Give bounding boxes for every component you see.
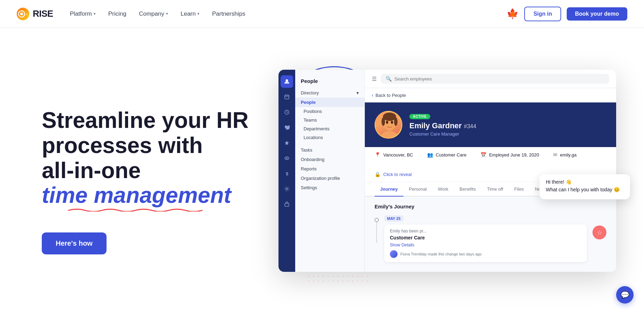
nav-item-directory[interactable]: Directory ▾ (295, 88, 364, 98)
svg-point-16 (386, 121, 388, 124)
back-button[interactable]: ‹ Back to People (365, 88, 616, 102)
chat-bubble: Hi there! 👋 What can I help you with tod… (540, 174, 630, 199)
nav-item-settings[interactable]: Settings (295, 183, 364, 192)
menu-icon[interactable]: ☰ (372, 76, 377, 82)
journey-title: Emily's Journey (375, 204, 606, 209)
signin-button[interactable]: Sign in (524, 7, 561, 21)
sidebar-icon-star[interactable] (281, 137, 293, 149)
chat-widget-button[interactable]: 💬 (616, 286, 634, 304)
show-details-link[interactable]: Show Details (390, 243, 414, 247)
meta-email-value: emily.ga (560, 152, 576, 158)
nav-pricing[interactable]: Pricing (108, 10, 126, 17)
profile-number: #344 (464, 123, 477, 129)
nav-learn[interactable]: Learn ▾ (181, 10, 199, 17)
fiona-row: Fiona Tremblay made this change two days… (390, 250, 581, 258)
journey-section: Emily's Journey MAY 25 Emily has been pr… (365, 197, 616, 272)
chevron-down-icon: ▾ (356, 90, 359, 95)
email-icon: ✉ (553, 152, 557, 158)
search-bar: 🔍 (381, 74, 609, 84)
timeline-line (375, 215, 379, 243)
svg-text:$: $ (286, 171, 289, 176)
profile-info: ACTIVE Emily Gardner #344 Customer Care … (409, 113, 476, 137)
nav-item-onboarding[interactable]: Onboarding (295, 155, 364, 164)
hero-left: Streamline your HR processes with all-in… (42, 108, 258, 254)
nav-item-tasks[interactable]: Tasks (295, 145, 364, 155)
tab-work[interactable]: Work (432, 182, 454, 197)
date-chip: MAY 25 (384, 215, 403, 222)
nav-item-teams[interactable]: Teams (295, 116, 364, 124)
nav-item-org-profile[interactable]: Organization profile (295, 174, 364, 183)
svg-point-20 (394, 117, 398, 126)
chat-greeting: Hi there! 👋 (546, 179, 624, 185)
canada-flag: 🍁 (506, 8, 519, 20)
click-reveal[interactable]: Click to reveal (383, 172, 412, 177)
timeline-connector (376, 222, 377, 243)
event-dot: ☆ (592, 225, 606, 239)
svg-point-12 (286, 188, 288, 190)
demo-button[interactable]: Book your demo (567, 7, 627, 21)
main-panel: ☰ 🔍 ‹ Back to People (365, 70, 616, 272)
nav-panel-header: People (295, 75, 364, 88)
tab-timeoff[interactable]: Time off (481, 182, 509, 197)
sidebar-icon-calendar[interactable] (281, 91, 293, 103)
tab-benefits[interactable]: Benefits (454, 182, 481, 197)
svg-point-19 (382, 117, 385, 126)
navbar: RISE Platform ▾ Pricing Company ▾ Learn … (0, 0, 644, 28)
profile-header: ACTIVE Emily Gardner #344 Customer Care … (365, 102, 616, 147)
location-icon: 📍 (375, 152, 380, 158)
svg-point-15 (380, 131, 399, 139)
sidebar-icon-eye[interactable] (281, 152, 293, 164)
logo-icon (17, 8, 29, 20)
nav-item-locations[interactable]: Locations (295, 133, 364, 142)
svg-point-1 (20, 13, 23, 15)
sidebar-icon-dollar[interactable]: $ (281, 167, 293, 180)
meta-employed: 📅 Employed June 19, 2020 (480, 152, 539, 158)
event-card: Emily has been pr... Customer Care Show … (384, 224, 587, 262)
timeline-events: MAY 25 Emily has been pr... Customer Car… (384, 215, 587, 265)
hero-section: Streamline your HR processes with all-in… (0, 28, 644, 314)
tab-journey[interactable]: Journey (375, 182, 403, 197)
profile-role: Customer Care Manager (409, 131, 476, 137)
svg-marker-8 (285, 141, 289, 145)
sidebar-icon-settings[interactable] (281, 183, 293, 195)
fiona-avatar (390, 250, 398, 258)
profile-avatar (375, 111, 402, 139)
app-topbar: ☰ 🔍 (365, 70, 616, 88)
svg-point-17 (391, 121, 393, 124)
sidebar-icon-people[interactable] (281, 75, 293, 88)
nav-panel: People Directory ▾ People Positions Team… (295, 70, 365, 272)
nav-links: Platform ▾ Pricing Company ▾ Learn ▾ Par… (70, 10, 245, 17)
calendar-icon: 📅 (480, 152, 486, 158)
heres-how-button[interactable]: Here's how (42, 232, 107, 254)
svg-point-10 (286, 158, 288, 159)
nav-platform[interactable]: Platform ▾ (70, 10, 96, 17)
tab-files[interactable]: Files (509, 182, 529, 197)
nav-item-positions[interactable]: Positions (295, 107, 364, 116)
nav-item-reports[interactable]: Reports (295, 164, 364, 174)
meta-department: 👥 Customer Care (427, 152, 466, 158)
sidebar-icon-briefcase[interactable] (281, 198, 293, 210)
nav-item-departments[interactable]: Departments (295, 124, 364, 133)
nav-partnerships[interactable]: Partnerships (212, 10, 245, 17)
back-arrow-icon: ‹ (372, 92, 374, 98)
nav-right: 🍁 Sign in Book your demo (506, 7, 627, 21)
journey-timeline: MAY 25 Emily has been pr... Customer Car… (375, 215, 606, 265)
hero-right: $ People Directory ▾ People P (278, 59, 616, 303)
avatar-image (376, 112, 401, 138)
logo-text: RISE (33, 8, 53, 19)
nav-item-people[interactable]: People (295, 98, 364, 107)
hero-title: Streamline your HR processes with all-in… (42, 108, 258, 208)
profile-name: Emily Gardner #344 (409, 121, 476, 130)
search-input[interactable] (394, 76, 604, 82)
chevron-icon-2: ▾ (166, 12, 168, 16)
active-badge: ACTIVE (409, 114, 430, 119)
tab-personal[interactable]: Personal (403, 182, 432, 197)
timeline-dot (375, 218, 379, 222)
sidebar-icon-heart[interactable] (281, 121, 293, 134)
app-mockup: $ People Directory ▾ People P (278, 70, 616, 272)
meta-employed-value: Employed June 19, 2020 (489, 152, 539, 158)
chat-widget-icon: 💬 (621, 291, 629, 299)
meta-email: ✉ emily.ga (553, 152, 576, 158)
sidebar-icon-clock[interactable] (281, 106, 293, 118)
nav-company[interactable]: Company ▾ (139, 10, 168, 17)
